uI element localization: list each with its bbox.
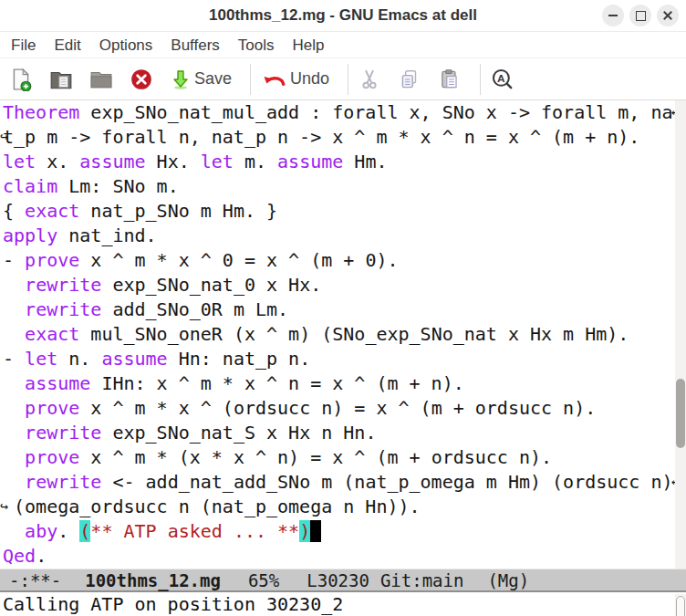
code-line[interactable]: prove x ^ m * (x * x ^ n) = x ^ (m + ord… (3, 445, 674, 470)
code-line[interactable]: t_p m -> forall n, nat_p n -> x ^ m * x … (3, 125, 674, 150)
code-line[interactable]: assume IHn: x ^ m * x ^ n = x ^ (m + n). (3, 371, 674, 396)
code-token (3, 298, 25, 320)
modeline-git-branch: Git:main (380, 570, 464, 590)
code-line[interactable]: rewrite <- add_nat_add_SNo m (nat_p_omeg… (3, 470, 674, 495)
scrollbar-track[interactable] (675, 100, 686, 569)
keyword-token: rewrite (25, 298, 101, 320)
cut-icon (358, 68, 381, 91)
toolbar-separator (250, 64, 251, 95)
mode-line[interactable]: -:**- 100thms_12.mg 65% L30230 Git:main … (0, 569, 686, 592)
minibuffer-scrollbar-thumb[interactable] (676, 596, 685, 616)
code-line[interactable]: exact mul_SNo_oneR (x ^ m) (SNo_exp_SNo_… (3, 322, 674, 347)
modeline-buffer-name: 100thms_12.mg (85, 570, 221, 590)
minibuffer-scrollbar-track[interactable] (675, 594, 686, 616)
menu-bar: FileEditOptionsBuffersToolsHelp (0, 32, 686, 58)
code-token (3, 446, 25, 468)
echo-area[interactable]: Calling ATP on position 30230_2 (0, 592, 686, 616)
keyword-token: rewrite (25, 422, 101, 444)
matched-paren: ) (299, 520, 310, 542)
menu-item-options[interactable]: Options (90, 32, 162, 58)
directory-icon (89, 68, 113, 91)
cut-button[interactable] (358, 68, 381, 91)
keyword-token: aby (25, 520, 57, 542)
keyword-token: prove (25, 249, 79, 271)
scrollbar-thumb[interactable] (676, 379, 685, 448)
svg-text:A: A (497, 72, 505, 85)
copy-icon (398, 68, 421, 91)
close-button[interactable] (657, 5, 679, 26)
code-line[interactable]: Theorem exp_SNo_nat_mul_add : forall x, … (3, 100, 674, 125)
code-line[interactable]: rewrite exp_SNo_nat_0 x Hx. (3, 273, 674, 298)
window-controls (602, 5, 679, 26)
code-token (3, 274, 25, 296)
code-line[interactable]: { exact nat_p_SNo m Hm. } (3, 199, 674, 224)
new-file-icon (9, 68, 33, 91)
copy-button[interactable] (398, 68, 421, 91)
code-line[interactable]: Qed. (3, 544, 674, 569)
maximize-button[interactable] (629, 5, 651, 26)
code-line[interactable]: apply nat_ind. (3, 224, 674, 248)
code-token (3, 422, 25, 444)
menu-item-file[interactable]: File (2, 32, 45, 58)
modeline-percent: 65% (248, 570, 279, 590)
code-line[interactable]: prove x ^ m * x ^ (ordsucc n) = x ^ (m +… (3, 396, 674, 421)
code-token: x ^ m * (x * x ^ n) = x ^ (m + ordsucc n… (79, 446, 552, 468)
code-token: - (3, 249, 25, 271)
code-line[interactable]: let x. assume Hx. let m. assume Hm. (3, 150, 674, 174)
menu-item-tools[interactable]: Tools (229, 32, 284, 58)
code-token: exp_SNo_nat_S x Hx n Hn. (101, 422, 376, 444)
new-file-button[interactable] (9, 68, 33, 91)
undo-label: Undo (290, 69, 329, 89)
search-icon: A (490, 67, 514, 91)
title-bar: 100thms_12.mg - GNU Emacs at dell (0, 0, 686, 32)
code-token: Hx. (146, 151, 201, 172)
code-token (3, 372, 25, 394)
keyword-token: rewrite (25, 471, 101, 493)
code-token: mul_SNo_oneR (x ^ m) (SNo_exp_SNo_nat x … (79, 323, 629, 345)
open-file-button[interactable] (49, 68, 73, 91)
close-icon (662, 10, 673, 21)
menu-item-edit[interactable]: Edit (45, 32, 89, 58)
modeline-flags: -:**- (9, 570, 61, 590)
code-line[interactable]: claim Lm: SNo m. (3, 174, 674, 199)
code-token: Hn: nat_p n. (168, 348, 311, 370)
close-buffer-icon (130, 68, 153, 91)
paste-icon (438, 68, 462, 91)
code-token: x ^ m * x ^ (ordsucc n) = x ^ (m + ordsu… (79, 397, 596, 419)
code-line[interactable]: (omega_ordsucc n (nat_p_omega n Hn)).↪ (3, 495, 674, 519)
code-line[interactable]: rewrite add_SNo_0R m Lm. (3, 298, 674, 322)
toolbar: Save Undo (0, 58, 686, 100)
code-line[interactable]: rewrite exp_SNo_nat_S x Hx n Hn. (3, 421, 674, 445)
code-token (3, 471, 25, 493)
code-token: - (3, 348, 25, 370)
code-token: x ^ m * x ^ 0 = x ^ (m + 0). (79, 249, 398, 271)
keyword-token: let (201, 151, 234, 172)
search-button[interactable]: A (490, 67, 514, 91)
line-wrap-left-icon: ↪ (0, 495, 8, 519)
keyword-token: assume (79, 151, 145, 172)
menu-item-help[interactable]: Help (284, 32, 334, 58)
save-label: Save (194, 69, 232, 89)
emacs-window: 100thms_12.mg - GNU Emacs at dell FileEd… (0, 0, 686, 616)
code-line[interactable]: aby. (** ATP asked ... **) (3, 519, 674, 544)
menu-item-buffers[interactable]: Buffers (161, 32, 229, 58)
modeline-major-mode: (Mg) (487, 570, 529, 590)
save-button[interactable]: Save (170, 68, 232, 91)
code-line[interactable]: - prove x ^ m * x ^ 0 = x ^ (m + 0). (3, 248, 674, 273)
paste-button[interactable] (438, 68, 462, 91)
code-token: x. (36, 151, 79, 172)
buffer-text[interactable]: Theorem exp_SNo_nat_mul_add : forall x, … (3, 100, 674, 569)
undo-button[interactable]: Undo (260, 68, 329, 91)
code-token: exp_SNo_nat_mul_add : forall x, SNo x ->… (79, 101, 672, 123)
minimize-button[interactable] (602, 5, 624, 26)
code-line[interactable]: - let n. assume Hn: nat_p n. (3, 347, 674, 371)
undo-icon (260, 68, 287, 91)
toolbar-separator (480, 64, 481, 95)
code-token: { (3, 200, 25, 222)
keyword-token: assume (101, 348, 167, 370)
keyword-token: exact (25, 323, 79, 345)
keyword-token: prove (25, 446, 79, 468)
close-buffer-button[interactable] (130, 68, 153, 91)
code-token: m. (234, 151, 277, 172)
directory-button[interactable] (89, 68, 113, 91)
